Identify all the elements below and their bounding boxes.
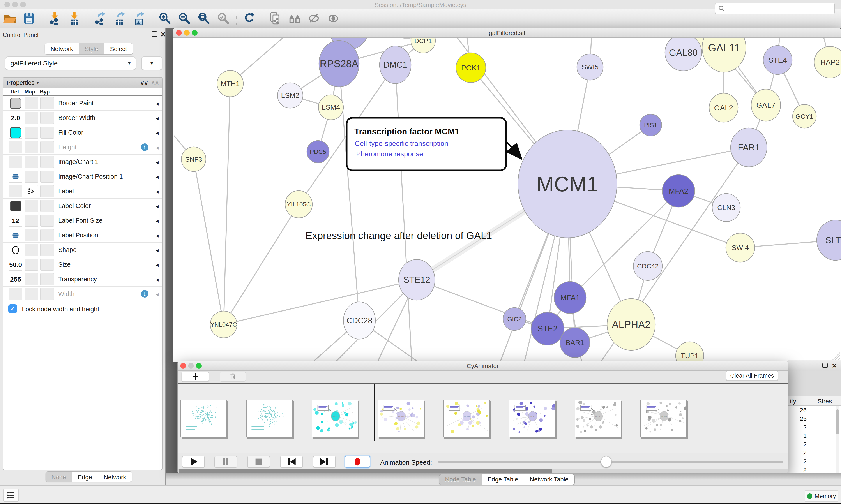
show-all-icon[interactable] (327, 12, 340, 25)
canvas-text-annotation[interactable]: Expression change after deletion of GAL1 (305, 230, 492, 241)
hide-selected-icon[interactable] (307, 12, 321, 25)
export-network-icon[interactable] (93, 12, 107, 25)
property-row-size[interactable]: 50.0Size◂ (3, 257, 162, 272)
cyanimator-titlebar[interactable]: CyAnimator (178, 361, 788, 371)
property-cell[interactable]: 12 (9, 215, 22, 227)
property-cell[interactable] (9, 200, 22, 212)
zoom-selected-icon[interactable] (217, 12, 230, 25)
property-cell[interactable] (40, 244, 54, 256)
property-row-image-chart-1[interactable]: Image/Chart 1◂ (3, 155, 162, 169)
record-button[interactable] (344, 456, 370, 468)
animation-frame-1[interactable] (246, 399, 292, 437)
table-scrollbar[interactable] (836, 406, 839, 473)
property-row-border-width[interactable]: 2.0Border Width◂ (3, 111, 162, 125)
export-table-icon[interactable] (113, 12, 126, 25)
property-row-fill-color[interactable]: Fill Color◂ (3, 125, 162, 140)
style-selector[interactable]: galFiltered Style ▾ (5, 56, 136, 70)
property-cell[interactable] (24, 127, 38, 139)
search-input[interactable] (727, 5, 831, 12)
animation-frame-5[interactable]: MCM1 (509, 399, 555, 437)
animation-frame-2[interactable]: MCM1 (312, 399, 358, 437)
search-box[interactable] (715, 3, 835, 15)
pause-button[interactable] (214, 456, 237, 468)
property-cell[interactable] (40, 112, 54, 124)
property-cell[interactable] (40, 229, 54, 241)
expand-property-icon[interactable]: ◂ (156, 203, 159, 210)
property-cell[interactable] (40, 141, 54, 153)
delete-frame-button[interactable] (220, 372, 246, 382)
style-tab-network[interactable]: Network (98, 472, 132, 482)
expand-property-icon[interactable]: ◂ (156, 174, 159, 180)
property-row-transparency[interactable]: 255Transparency◂ (3, 272, 162, 287)
animation-frame-3[interactable]: MCM1 (378, 399, 424, 437)
expand-property-icon[interactable]: ◂ (156, 188, 159, 195)
property-cell[interactable] (9, 127, 22, 139)
style-options-button[interactable]: ▾ (141, 56, 162, 70)
close-panel-icon[interactable]: ✕ (160, 31, 166, 38)
import-table-icon[interactable] (68, 12, 81, 25)
property-cell[interactable] (9, 156, 22, 168)
expand-property-icon[interactable]: ◂ (156, 291, 159, 298)
expand-property-icon[interactable]: ◂ (156, 130, 159, 137)
next-frame-button[interactable] (313, 456, 336, 468)
property-row-label[interactable]: Label◂ (3, 184, 162, 199)
property-cell[interactable] (9, 170, 22, 183)
property-cell[interactable] (9, 288, 22, 300)
annotation-box[interactable]: Transcription factor MCM1Cell-type-speci… (347, 118, 521, 170)
property-cell[interactable] (24, 170, 38, 183)
property-cell[interactable] (24, 229, 38, 241)
style-tab-edge[interactable]: Edge (72, 472, 98, 482)
property-cell[interactable] (24, 273, 38, 285)
property-row-width[interactable]: Widthi◂ (3, 287, 162, 301)
expand-property-icon[interactable]: ◂ (156, 218, 159, 224)
property-cell[interactable] (24, 258, 38, 271)
tab-node-table[interactable]: Node Table (439, 474, 482, 485)
network-snapshot-icon[interactable] (268, 12, 282, 25)
expand-property-icon[interactable]: ◂ (156, 232, 159, 239)
collapse-all-icon[interactable]: ∧∧ (151, 79, 159, 87)
property-cell[interactable] (40, 170, 54, 183)
property-row-label-color[interactable]: Label Color◂ (3, 199, 162, 213)
property-cell[interactable] (40, 273, 54, 285)
expand-property-icon[interactable]: ◂ (156, 247, 159, 254)
property-cell[interactable] (24, 97, 38, 109)
open-session-icon[interactable] (3, 12, 16, 25)
property-cell[interactable] (9, 244, 22, 256)
zoom-in-icon[interactable] (158, 12, 172, 25)
property-cell[interactable] (40, 215, 54, 227)
network-window-titlebar[interactable]: galFiltered.sif (173, 28, 841, 38)
import-network-icon[interactable] (48, 12, 61, 25)
expand-property-icon[interactable]: ◂ (156, 144, 159, 151)
play-button[interactable] (182, 456, 205, 468)
previous-frame-button[interactable] (280, 456, 303, 468)
property-cell[interactable] (40, 97, 54, 109)
clear-all-frames-button[interactable]: Clear All Frames (726, 371, 778, 381)
cyanimator-timeline[interactable]: Seconds MCM1MCM1MCM1MCM1MCM1MCM101234567… (178, 384, 788, 453)
animation-frame-0[interactable] (180, 399, 227, 437)
timeline-scrollbar[interactable] (178, 469, 788, 473)
expand-property-icon[interactable]: ◂ (156, 100, 159, 107)
find-icon[interactable] (288, 12, 301, 25)
property-cell[interactable] (24, 200, 38, 212)
animation-frame-6[interactable]: MCM1 (575, 399, 621, 437)
panel-menu-button[interactable] (3, 489, 19, 502)
export-image-icon[interactable] (132, 12, 146, 25)
animation-frame-7[interactable]: MCM1 (640, 399, 687, 437)
property-cell[interactable] (24, 288, 38, 300)
add-frame-button[interactable] (182, 372, 209, 382)
property-cell[interactable] (9, 97, 22, 109)
tab-network-table[interactable]: Network Table (524, 474, 574, 485)
property-row-shape[interactable]: Shape◂ (3, 242, 162, 257)
property-cell[interactable] (40, 127, 54, 139)
stop-button[interactable] (247, 456, 270, 468)
property-cell[interactable] (9, 185, 22, 197)
property-row-label-font-size[interactable]: 12Label Font Size◂ (3, 213, 162, 228)
property-cell[interactable] (24, 156, 38, 168)
info-icon[interactable]: i (141, 143, 148, 151)
save-session-icon[interactable] (22, 12, 36, 25)
expand-property-icon[interactable]: ◂ (156, 159, 159, 166)
zoom-out-icon[interactable] (178, 12, 191, 25)
property-row-image-chart-position-1[interactable]: Image/Chart Position 1◂ (3, 169, 162, 184)
expand-property-icon[interactable]: ◂ (156, 262, 159, 268)
expand-all-icon[interactable]: ∨∨ (140, 79, 148, 87)
